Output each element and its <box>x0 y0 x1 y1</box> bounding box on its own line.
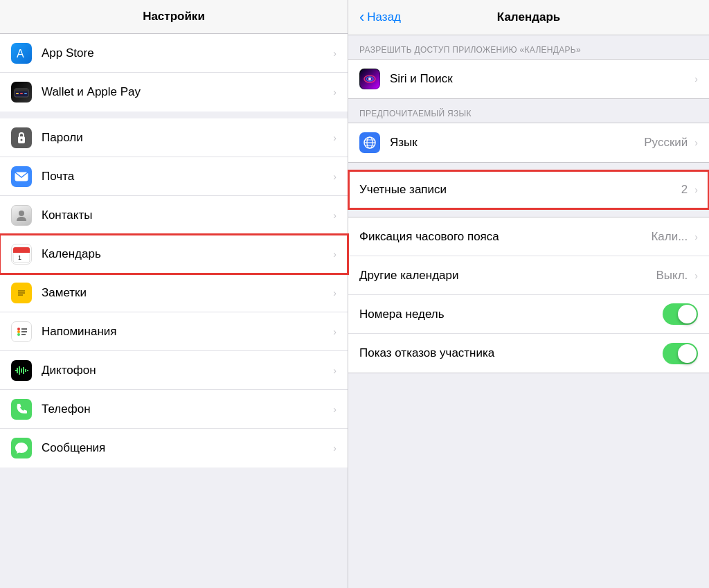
decline-events-label: Показ отказов участника <box>359 346 663 360</box>
svg-rect-5 <box>24 93 27 94</box>
siri-label: Siri и Поиск <box>390 72 692 86</box>
chevron-icon: › <box>333 404 336 415</box>
chevron-icon: › <box>694 270 698 281</box>
left-panel: Настройки A App Store › Wall <box>0 0 348 588</box>
passwords-label: Пароли <box>42 131 330 145</box>
right-row-language[interactable]: Язык Русский › <box>348 123 709 162</box>
sidebar-item-contacts[interactable]: Контакты › <box>0 196 348 235</box>
svg-rect-2 <box>15 89 28 91</box>
accounts-group: Учетные записи 2 › <box>348 170 709 210</box>
back-chevron-icon: ‹ <box>359 10 364 25</box>
mail-icon <box>11 166 32 187</box>
accounts-section: Учетные записи 2 › <box>348 170 709 210</box>
chevron-icon: › <box>694 231 698 242</box>
section-language-label: ПРЕДПОЧИТАЕМЫЙ ЯЗЫК <box>348 99 709 123</box>
messages-icon <box>11 438 32 458</box>
messages-label: Сообщения <box>42 441 330 455</box>
notes-label: Заметки <box>42 286 330 300</box>
voice-label: Диктофон <box>42 364 330 377</box>
svg-text:MON: MON <box>15 252 25 256</box>
chevron-icon: › <box>333 249 336 260</box>
settings-group-1: A App Store › Wallet и Apple Pay › <box>0 34 348 112</box>
calendar-label: Календарь <box>42 247 330 261</box>
svg-text:A: A <box>17 48 24 60</box>
accounts-label: Учетные записи <box>359 183 681 197</box>
wallet-label: Wallet и Apple Pay <box>42 85 330 99</box>
reminders-label: Напоминания <box>42 325 330 339</box>
right-header: ‹ Назад Календарь <box>348 0 709 35</box>
sidebar-item-phone[interactable]: Телефон › <box>0 390 348 429</box>
contacts-label: Контакты <box>42 208 330 222</box>
reminders-icon <box>11 321 32 342</box>
notes-icon <box>11 283 32 303</box>
settings-group-2: Пароли › Почта › Контакты › <box>0 118 348 467</box>
chevron-icon: › <box>333 132 336 143</box>
siri-group: Siri и Поиск › <box>348 59 709 99</box>
chevron-icon: › <box>694 137 698 148</box>
timezone-label: Фиксация часового пояса <box>359 230 651 244</box>
svg-rect-4 <box>20 93 23 94</box>
other-calendars-value: Выкл. <box>656 269 688 283</box>
sidebar-item-passwords[interactable]: Пароли › <box>0 118 348 157</box>
chevron-icon: › <box>333 87 336 98</box>
chevron-icon: › <box>694 73 698 84</box>
sidebar-item-messages[interactable]: Сообщения › <box>0 429 348 467</box>
other-calendars-label: Другие календари <box>359 269 656 283</box>
sidebar-item-notes[interactable]: Заметки › <box>0 274 348 312</box>
section-access-label: РАЗРЕШИТЬ ДОСТУП ПРИЛОЖЕНИЮ «КАЛЕНДАРЬ» <box>348 35 709 59</box>
right-row-other-calendars[interactable]: Другие календари Выкл. › <box>348 256 709 295</box>
phone-label: Телефон <box>42 402 330 416</box>
right-row-decline-events[interactable]: Показ отказов участника <box>348 334 709 373</box>
wallet-icon <box>11 82 32 103</box>
language-group: Язык Русский › <box>348 123 709 163</box>
week-numbers-toggle[interactable] <box>663 303 698 325</box>
mail-label: Почта <box>42 170 330 184</box>
sidebar-item-calendar[interactable]: 1 MON Календарь › <box>0 235 348 274</box>
chevron-icon: › <box>333 365 336 376</box>
svg-point-21 <box>17 333 20 336</box>
appstore-icon: A <box>11 43 32 64</box>
right-panel: ‹ Назад Календарь РАЗРЕШИТЬ ДОСТУП ПРИЛО… <box>348 0 709 588</box>
language-label: Язык <box>390 136 644 150</box>
right-row-siri[interactable]: Siri и Поиск › <box>348 60 709 98</box>
week-numbers-label: Номера недель <box>359 308 663 321</box>
chevron-icon: › <box>333 48 336 59</box>
language-value: Русский <box>644 136 688 150</box>
left-header: Настройки <box>0 0 348 34</box>
globe-icon <box>359 132 380 153</box>
chevron-icon: › <box>694 184 698 195</box>
svg-point-7 <box>21 139 23 141</box>
phone-icon <box>11 399 32 420</box>
chevron-icon: › <box>333 171 336 182</box>
svg-point-19 <box>17 328 20 330</box>
svg-point-35 <box>368 78 371 80</box>
sidebar-item-appstore[interactable]: A App Store › <box>0 34 348 73</box>
passwords-icon <box>11 127 32 148</box>
sidebar-item-reminders[interactable]: Напоминания › <box>0 312 348 351</box>
siri-icon <box>359 69 380 89</box>
back-button[interactable]: ‹ Назад <box>359 10 401 25</box>
sidebar-item-mail[interactable]: Почта › <box>0 157 348 196</box>
more-settings-group: Фиксация часового пояса Кали... › Другие… <box>348 217 709 373</box>
chevron-icon: › <box>333 210 336 221</box>
chevron-icon: › <box>333 287 336 299</box>
timezone-value: Кали... <box>651 230 688 244</box>
contacts-icon <box>11 205 32 226</box>
sidebar-item-voice[interactable]: Диктофон › <box>0 351 348 390</box>
svg-point-20 <box>17 330 20 333</box>
svg-rect-3 <box>16 93 19 94</box>
sidebar-item-wallet[interactable]: Wallet и Apple Pay › <box>0 73 348 112</box>
accounts-value: 2 <box>681 183 688 197</box>
right-title: Календарь <box>401 10 656 24</box>
voice-icon <box>11 360 32 381</box>
left-title: Настройки <box>143 10 205 23</box>
appstore-label: App Store <box>42 46 330 60</box>
right-row-timezone[interactable]: Фиксация часового пояса Кали... › <box>348 217 709 256</box>
chevron-icon: › <box>333 326 336 337</box>
right-row-accounts[interactable]: Учетные записи 2 › <box>348 170 709 209</box>
calendar-icon: 1 MON <box>11 244 32 265</box>
svg-point-9 <box>19 211 24 216</box>
right-row-week-numbers[interactable]: Номера недель <box>348 295 709 334</box>
back-label: Назад <box>367 10 401 24</box>
decline-events-toggle[interactable] <box>663 343 698 364</box>
